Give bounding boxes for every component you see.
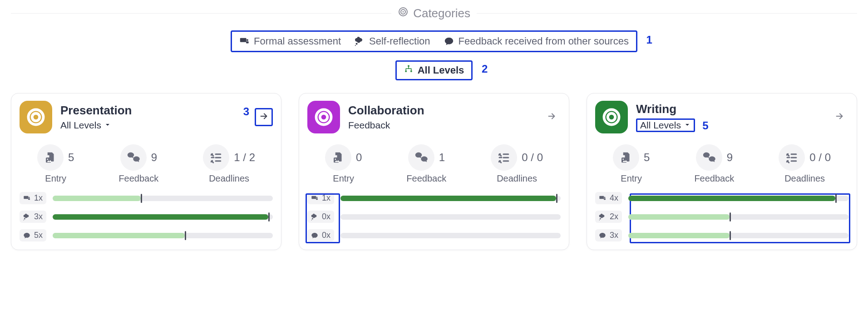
- stat-feedback: 9 Feedback: [118, 144, 158, 184]
- bar-tag: 2x: [595, 211, 622, 223]
- stat-label: Deadlines: [784, 173, 825, 184]
- progress-marker: [141, 194, 142, 203]
- progress-fill: [53, 214, 268, 220]
- bar-count: 5x: [34, 231, 43, 240]
- stat-entry: 5 Entry: [613, 144, 650, 184]
- bar-count: 3x: [610, 231, 618, 240]
- bar-tag: 5x: [20, 229, 46, 241]
- entry-icon: [613, 144, 639, 171]
- annotation-2: 2: [482, 63, 488, 75]
- open-card-button[interactable]: [542, 108, 561, 126]
- stat-label: Deadlines: [497, 173, 537, 184]
- stat-entry: 5 Entry: [37, 144, 74, 184]
- section-header: Categories: [11, 6, 857, 20]
- card-level-label: All Levels: [640, 120, 681, 131]
- bar-tag: 4x: [595, 192, 622, 204]
- page-title: Categories: [413, 6, 470, 20]
- deadlines-icon: [203, 144, 229, 171]
- stat-value: 0 / 0: [522, 151, 543, 164]
- thought-icon: [355, 36, 365, 46]
- annotation-box-4: [306, 193, 340, 243]
- filter-other-sources[interactable]: Feedback received from other sources: [444, 35, 629, 47]
- stat-label: Feedback: [406, 173, 446, 184]
- stat-value: 0: [356, 151, 362, 164]
- teach-icon: [239, 36, 249, 46]
- stat-label: Feedback: [118, 173, 158, 184]
- progress-track: [340, 214, 561, 220]
- filter-label: Feedback received from other sources: [459, 35, 629, 47]
- caret-down-icon: [684, 120, 691, 131]
- progress-track: [53, 214, 273, 220]
- arrow-right-icon: [834, 111, 844, 123]
- open-card-button[interactable]: [255, 108, 273, 126]
- bar-tag: 1x: [20, 192, 46, 204]
- teach-icon: [599, 195, 606, 202]
- tree-icon: [404, 64, 413, 76]
- open-card-button[interactable]: [830, 108, 848, 126]
- chat-icon: [599, 232, 606, 239]
- annotation-1: 1: [646, 34, 652, 46]
- filter-label: Self-reflection: [369, 35, 430, 47]
- stat-value: 5: [644, 151, 650, 164]
- progress-fill: [628, 214, 730, 220]
- annotation-5: 5: [702, 119, 708, 132]
- thought-icon: [599, 213, 606, 221]
- arrow-right-icon: [547, 111, 557, 123]
- stat-deadlines: 0 / 0 Deadlines: [491, 144, 543, 184]
- progress-fill: [340, 196, 556, 201]
- card-level-selector[interactable]: All Levels: [636, 118, 695, 132]
- card-level-selector[interactable]: All Levels: [60, 120, 132, 131]
- progress-track: [340, 233, 561, 238]
- progress-marker: [730, 231, 731, 240]
- bar-count: 4x: [610, 193, 618, 203]
- progress-fill: [628, 233, 730, 238]
- bar-row-other: 5x: [20, 229, 273, 241]
- category-card-presentation: Presentation All Levels 3: [11, 93, 281, 250]
- stat-value: 9: [151, 151, 157, 164]
- category-card-collaboration: Collaboration Feedback 0 Entry: [299, 93, 569, 250]
- bar-count: 1x: [34, 193, 43, 203]
- feedback-icon: [696, 144, 722, 171]
- divider-right: [477, 13, 857, 14]
- category-badge: [20, 101, 52, 133]
- target-icon: [314, 107, 334, 127]
- progress-track: [53, 196, 273, 201]
- chat-icon: [444, 36, 454, 46]
- bar-row-other: 0x: [307, 229, 561, 241]
- category-badge: [595, 101, 628, 133]
- feedback-icon: [120, 144, 147, 171]
- stat-feedback: 9 Feedback: [694, 144, 734, 184]
- stat-entry: 0 Entry: [325, 144, 362, 184]
- filter-self-reflection[interactable]: Self-reflection: [355, 35, 430, 47]
- stat-deadlines: 0 / 0 Deadlines: [779, 144, 831, 184]
- feedback-icon: [408, 144, 434, 171]
- deadlines-icon: [491, 144, 517, 171]
- progress-fill: [628, 196, 835, 201]
- bar-count: 3x: [34, 212, 43, 221]
- progress-marker: [835, 194, 837, 203]
- bar-tag: 3x: [20, 211, 46, 223]
- deadlines-icon: [779, 144, 805, 171]
- stat-value: 1: [439, 151, 445, 164]
- target-icon: [26, 107, 46, 127]
- arrow-right-icon: [259, 111, 269, 123]
- card-subtitle: Feedback: [348, 120, 424, 131]
- thought-icon: [23, 213, 30, 221]
- bar-row-self: 3x: [20, 211, 273, 223]
- filter-label: Formal assessment: [254, 35, 341, 47]
- stat-value: 0 / 0: [809, 151, 831, 164]
- card-title: Writing: [636, 102, 709, 116]
- category-card-writing: Writing All Levels 5: [587, 93, 857, 250]
- stat-label: Entry: [333, 173, 354, 184]
- progress-marker: [730, 212, 731, 221]
- card-level-label: All Levels: [60, 120, 101, 131]
- stat-value: 9: [727, 151, 733, 164]
- progress-fill: [53, 233, 185, 238]
- all-levels-button[interactable]: All Levels 2: [395, 60, 473, 80]
- target-icon: [398, 6, 409, 20]
- stat-label: Feedback: [694, 173, 734, 184]
- category-badge: [307, 101, 340, 133]
- progress-marker: [185, 231, 186, 240]
- filter-formal-assessment[interactable]: Formal assessment: [239, 35, 341, 47]
- stat-label: Entry: [45, 173, 66, 184]
